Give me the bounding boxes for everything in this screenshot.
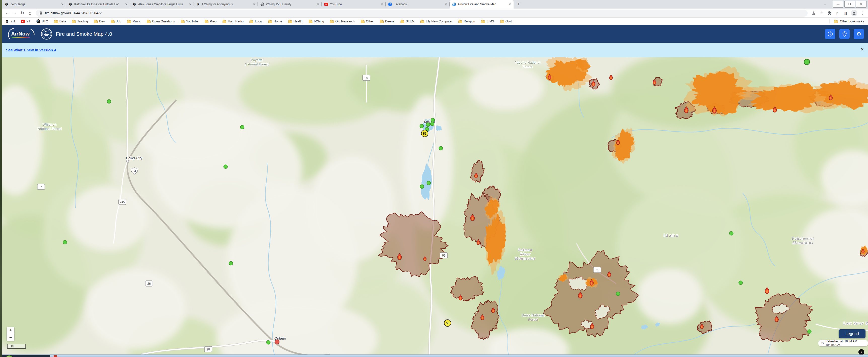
- page-title: Fire and Smoke Map 4.0: [56, 31, 112, 37]
- bookmark-item[interactable]: Music: [127, 20, 141, 23]
- refreshed-status[interactable]: ↻ Refreshed at: 10:34 AM 10/05/2024: [818, 340, 868, 347]
- bookmark-item[interactable]: Lily New Computer: [421, 20, 453, 23]
- tab[interactable]: f Facebook ✕: [386, 0, 450, 8]
- tab-close-icon[interactable]: ✕: [189, 3, 191, 6]
- monitor-good[interactable]: [426, 123, 430, 127]
- tab-close-icon[interactable]: ✕: [381, 3, 383, 6]
- tab-close-icon[interactable]: ✕: [317, 3, 319, 6]
- bookmark-item[interactable]: YouTube: [181, 20, 198, 23]
- tab[interactable]: ▶ YouTube ✕: [322, 0, 386, 8]
- tab[interactable]: Θ Katrina-Like Disaster Unfolds For ✕: [66, 0, 130, 8]
- tab-close-icon[interactable]: ✕: [61, 3, 63, 6]
- side-panel-icon[interactable]: ◨: [842, 11, 849, 16]
- restore-button[interactable]: ❐: [844, 1, 855, 7]
- monitor-red-sensor[interactable]: [275, 340, 279, 344]
- taskbar-app-icon[interactable]: [54, 355, 57, 357]
- tab[interactable]: ⚑ I Ching for Anonymous ✕: [194, 0, 258, 8]
- legend-button[interactable]: Legend: [839, 329, 866, 338]
- reload-icon[interactable]: ↻: [19, 10, 26, 16]
- bookmark-item[interactable]: Dev: [94, 20, 105, 23]
- zoom-out-button[interactable]: −: [7, 334, 14, 341]
- playlist-icon[interactable]: ♬: [834, 11, 841, 16]
- lock-icon[interactable]: [39, 11, 42, 15]
- back-icon[interactable]: ←: [3, 10, 11, 16]
- bookmark-item[interactable]: Health: [288, 20, 303, 23]
- close-window-button[interactable]: ✕: [856, 1, 867, 7]
- address-bar[interactable]: fire.airnow.gov/#8.91/44.619/-116.0472: [36, 9, 808, 17]
- tab[interactable]: AirNow Fire and Smoke Map ✕: [450, 0, 514, 8]
- bookmark-item[interactable]: Gold: [500, 20, 512, 23]
- monitor-good[interactable]: [730, 232, 733, 235]
- zoom-in-button[interactable]: +: [7, 327, 14, 334]
- info-button[interactable]: [825, 29, 835, 39]
- tab-close-icon[interactable]: ✕: [445, 3, 447, 6]
- bookmark-item[interactable]: Old Research: [330, 20, 354, 23]
- bookmark-item[interactable]: B BTC: [36, 20, 48, 23]
- monitor-good[interactable]: [427, 181, 431, 185]
- bookmark-item[interactable]: STEM: [401, 20, 414, 23]
- other-bookmarks[interactable]: Other bookmarks: [829, 20, 868, 23]
- route-shield: 95: [363, 75, 370, 81]
- banner-close-icon[interactable]: ✕: [861, 47, 864, 52]
- new-tab-button[interactable]: +: [515, 1, 522, 8]
- monitor-good[interactable]: [808, 330, 811, 334]
- bookmark-item[interactable]: Job: [111, 20, 121, 23]
- monitor-good[interactable]: [616, 292, 620, 296]
- monitor-good[interactable]: [63, 240, 67, 244]
- bookmark-items: Θ ZH▶ YTB BTC Data Trading Dev Job Music…: [5, 20, 518, 23]
- monitor-good[interactable]: [107, 100, 111, 103]
- tab-close-icon[interactable]: ✕: [509, 3, 511, 6]
- tab[interactable]: Θ ZeroHedge ✕: [2, 0, 66, 8]
- svg-text:26: 26: [147, 282, 151, 286]
- monitor-good[interactable]: [420, 124, 424, 128]
- bookmark-item[interactable]: Ham Radio: [222, 20, 244, 23]
- bookmark-item[interactable]: SIMS: [481, 20, 494, 23]
- tab[interactable]: Θ Alex Jones Creditors Target Futur ✕: [130, 0, 194, 8]
- tab-close-icon[interactable]: ✕: [253, 3, 255, 6]
- tab-close-icon[interactable]: ✕: [125, 3, 127, 6]
- map-canvas[interactable]: WhitmanNational ForestPayetteNational Fo…: [0, 57, 868, 355]
- monitor-moderate[interactable]: 52: [422, 130, 428, 137]
- home-icon[interactable]: ⌂: [26, 10, 34, 16]
- forward-icon[interactable]: →: [11, 10, 19, 16]
- monitor-good[interactable]: [431, 122, 434, 126]
- bookmark-item[interactable]: Home: [268, 20, 282, 23]
- extensions-puzzle-icon[interactable]: [826, 11, 833, 15]
- bookmark-item[interactable]: Deena: [380, 20, 395, 23]
- bookmarks-bar: Θ ZH▶ YTB BTC Data Trading Dev Job Music…: [2, 18, 868, 25]
- bookmark-label: Data: [59, 20, 66, 23]
- monitor-good[interactable]: [240, 125, 244, 129]
- bookmark-item[interactable]: Prep: [205, 20, 217, 23]
- bookmark-item[interactable]: Θ ZH: [5, 20, 15, 23]
- location-pin-button[interactable]: [839, 29, 849, 39]
- monitor-good[interactable]: [224, 165, 227, 169]
- minimize-button[interactable]: —: [833, 1, 843, 7]
- bookmark-item[interactable]: Trading: [72, 20, 88, 23]
- monitor-good[interactable]: [431, 118, 435, 122]
- monitor-good[interactable]: [739, 281, 743, 285]
- bookmark-item[interactable]: I-Ching: [309, 20, 324, 23]
- monitor-good[interactable]: [267, 340, 270, 345]
- settings-gear-button[interactable]: ⚙: [854, 29, 864, 39]
- whats-new-link[interactable]: See what's new in Version 4: [6, 48, 56, 52]
- bookmark-item[interactable]: Religion: [458, 20, 475, 23]
- profile-avatar[interactable]: [851, 10, 858, 17]
- share-icon[interactable]: [810, 11, 817, 15]
- fire-smoke-map[interactable]: WhitmanNational ForestPayetteNational Fo…: [0, 57, 868, 355]
- monitor-good-large[interactable]: [804, 59, 810, 65]
- windows-taskbar[interactable]: [0, 355, 868, 357]
- bookmark-item[interactable]: ▶ YT: [21, 20, 30, 23]
- monitor-good[interactable]: [420, 185, 424, 188]
- tab[interactable]: iChing 15: Humility ✕: [258, 0, 322, 8]
- map-attribution-icon[interactable]: i: [859, 349, 864, 355]
- bookmark-item[interactable]: Data: [54, 20, 66, 23]
- browser-menu-kebab-icon[interactable]: ⋮: [859, 11, 867, 16]
- monitor-good[interactable]: [439, 147, 443, 150]
- bookmark-item[interactable]: Other: [361, 20, 374, 23]
- monitor-moderate[interactable]: 55: [444, 320, 451, 327]
- bookmark-item[interactable]: Local: [249, 20, 262, 23]
- tab-search-chevron-icon[interactable]: ⌄: [824, 2, 826, 6]
- monitor-good[interactable]: [229, 262, 233, 265]
- bookmark-item[interactable]: Open Questions: [147, 20, 175, 23]
- bookmark-star-icon[interactable]: ☆: [818, 10, 825, 16]
